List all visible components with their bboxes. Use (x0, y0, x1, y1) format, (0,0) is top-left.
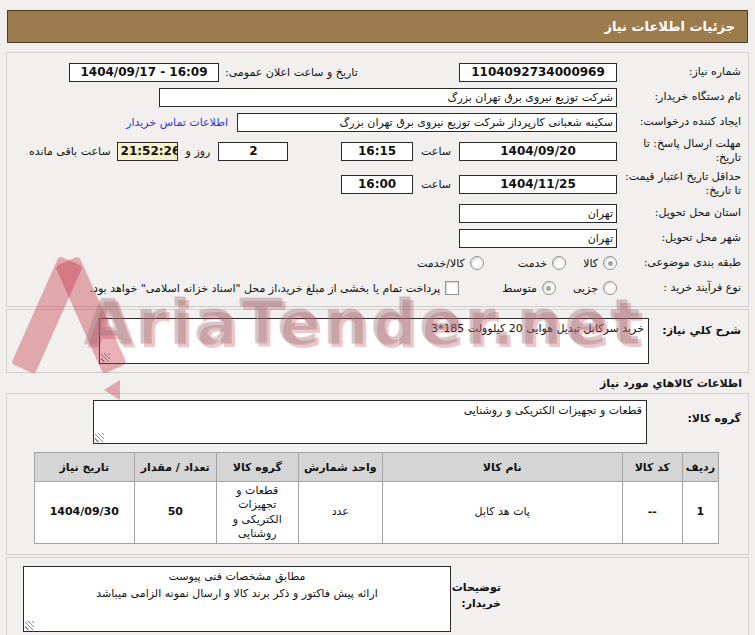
row-response-deadline: مهلت ارسال پاسخ: تا تاریخ: 1404/09/20 سا… (13, 136, 741, 166)
need-details-page: { "title_bar": { "text": "جزئیات اطلاعات… (0, 0, 755, 635)
goods-table-row: 1 -- پات هد کابل عدد قطعات و تجهیزات الک… (34, 482, 718, 544)
buyer-notes-line: مطابق مشخصات فنی پیوست (28, 569, 446, 586)
treasury-docs-checkbox[interactable] (445, 281, 459, 295)
goods-group-label: گروه کالا: (647, 400, 741, 426)
need-info-form: شماره نیاز: 1104092734000969 تاریخ و ساع… (6, 52, 749, 307)
radio-service-label: خدمت (518, 257, 547, 270)
page-title: جزئیات اطلاعات نیاز (7, 10, 748, 43)
need-number-label: شماره نیاز: (617, 65, 741, 79)
col-row-number: ردیف (682, 453, 718, 482)
col-item-name: نام کالا (382, 453, 622, 482)
price-validity-label: حداقل تاریخ اعتبار قیمت: تا تاریخ: (617, 170, 741, 198)
row-process-type: نوع فرآیند خرید : جزیی متوسط پرداخت تمام… (13, 277, 741, 299)
buyer-org-field[interactable]: شرکت توزیع نیروی برق تهران بزرگ (159, 88, 617, 107)
classification-label: طبقه بندی موضوعی: (617, 256, 741, 270)
buyer-notes-line: ارائه پیش فاکتور و ذکر برند کالا و ارسال… (28, 586, 446, 603)
row-need-number: شماره نیاز: 1104092734000969 تاریخ و ساع… (13, 61, 741, 83)
row-request-creator: ایجاد کننده درخواست: سکینه شعبانی کارپرد… (13, 111, 741, 133)
goods-group-textarea[interactable]: قطعات و تجهیزات الکتریکی و روشنایی (93, 400, 647, 444)
goods-table-header-row: ردیف کد کالا نام کالا واحد شمارش گروه کا… (34, 453, 718, 482)
province-label: استان محل تحویل: (617, 206, 741, 220)
city-field[interactable]: تهران (459, 229, 617, 248)
need-description-section: شرح کلي نیاز: خرید سرکابل تبدیل هوایی 20… (6, 309, 749, 373)
radio-goods-service[interactable] (470, 256, 484, 270)
goods-table: ردیف کد کالا نام کالا واحد شمارش گروه کا… (34, 452, 719, 544)
cell-group: قطعات و تجهیزات الکتریکی و روشنایی (216, 482, 298, 544)
remaining-days-field: 2 (218, 142, 288, 161)
cell-item-code: -- (622, 482, 682, 544)
buyer-org-label: نام دستگاه خریدار: (617, 90, 741, 104)
radio-goods[interactable] (603, 256, 617, 270)
remaining-time-value: 21:52:26 (117, 142, 178, 161)
radio-goods-service-label: کالا/خدمت (417, 257, 465, 270)
announce-datetime-label: تاریخ و ساعت اعلان عمومی: (225, 66, 358, 79)
row-price-validity: حداقل تاریخ اعتبار قیمت: تا تاریخ: 1404/… (13, 169, 741, 199)
goods-section-header: اطلاعات کالاهاي مورد نیاز (13, 377, 742, 390)
request-creator-label: ایجاد کننده درخواست: (617, 115, 741, 129)
announce-datetime-field[interactable]: 1404/09/17 - 16:09 (69, 63, 219, 82)
row-buyer-org: نام دستگاه خریدار: شرکت توزیع نیروی برق … (13, 86, 741, 108)
radio-goods-label: کالا (583, 257, 598, 270)
resize-handle-icon[interactable] (25, 621, 34, 630)
province-field[interactable]: تهران (459, 204, 617, 223)
need-description-text: خرید سرکابل تبدیل هوایی 20 کیلوولت 185*3 (104, 321, 644, 338)
price-validity-date-field[interactable]: 1404/11/25 (459, 175, 617, 194)
radio-medium[interactable] (542, 281, 556, 295)
validity-time-label: ساعت (421, 178, 451, 191)
row-province: استان محل تحویل: تهران (13, 202, 741, 224)
radio-minor[interactable] (603, 281, 617, 295)
row-classification: طبقه بندی موضوعی: کالا خدمت کالا/خدمت (13, 252, 741, 274)
treasury-docs-label: پرداخت تمام یا بخشی از مبلغ خرید،از محل … (90, 282, 441, 295)
col-item-code: کد کالا (622, 453, 682, 482)
process-type-label: نوع فرآیند خرید : (617, 281, 741, 295)
need-description-textarea[interactable]: خرید سرکابل تبدیل هوایی 20 کیلوولت 185*3 (99, 318, 649, 364)
col-quantity: تعداد / مقدار (134, 453, 216, 482)
col-need-date: تاریخ نیاز (34, 453, 134, 482)
radio-minor-label: جزیی (573, 282, 598, 295)
cell-item-name: پات هد کابل (382, 482, 622, 544)
remaining-days-label: روز و (186, 145, 211, 158)
resize-handle-icon[interactable] (95, 433, 104, 442)
deadline-time-label: ساعت (421, 145, 451, 158)
buyer-notes-label: توضیحات خریدار: (451, 566, 501, 611)
need-description-label: شرح کلي نیاز: (649, 318, 741, 338)
request-creator-field[interactable]: سکینه شعبانی کارپرداز شرکت توزیع نیروی ب… (237, 113, 617, 132)
buyer-contact-link[interactable]: اطلاعات تماس خریدار (126, 116, 228, 129)
resize-handle-icon[interactable] (101, 353, 110, 362)
price-validity-time-field[interactable]: 16:00 (341, 175, 413, 194)
cell-quantity: 50 (134, 482, 216, 544)
response-deadline-label: مهلت ارسال پاسخ: تا تاریخ: (617, 137, 741, 165)
cell-need-date: 1404/09/30 (34, 482, 134, 544)
cell-row-number: 1 (682, 482, 718, 544)
goods-group-text: قطعات و تجهیزات الکتریکی و روشنایی (98, 403, 642, 420)
need-number-field[interactable]: 1104092734000969 (459, 63, 617, 82)
buyer-notes-textarea[interactable]: مطابق مشخصات فنی پیوست ارائه پیش فاکتور … (23, 566, 451, 632)
goods-section: گروه کالا: قطعات و تجهیزات الکتریکی و رو… (6, 393, 749, 555)
radio-service[interactable] (552, 256, 566, 270)
col-unit: واحد شمارش (298, 453, 382, 482)
col-group: گروه کالا (216, 453, 298, 482)
buyer-notes-section: توضیحات خریدار: مطابق مشخصات فنی پیوست ا… (6, 557, 749, 635)
response-deadline-time-field[interactable]: 16:15 (341, 142, 413, 161)
city-label: شهر محل تحویل: (617, 231, 741, 245)
radio-medium-label: متوسط (502, 282, 537, 295)
response-deadline-date-field[interactable]: 1404/09/20 (459, 142, 617, 161)
cell-unit: عدد (298, 482, 382, 544)
row-city: شهر محل تحویل: تهران (13, 227, 741, 249)
remaining-suffix-label: ساعت باقی مانده (29, 145, 111, 158)
